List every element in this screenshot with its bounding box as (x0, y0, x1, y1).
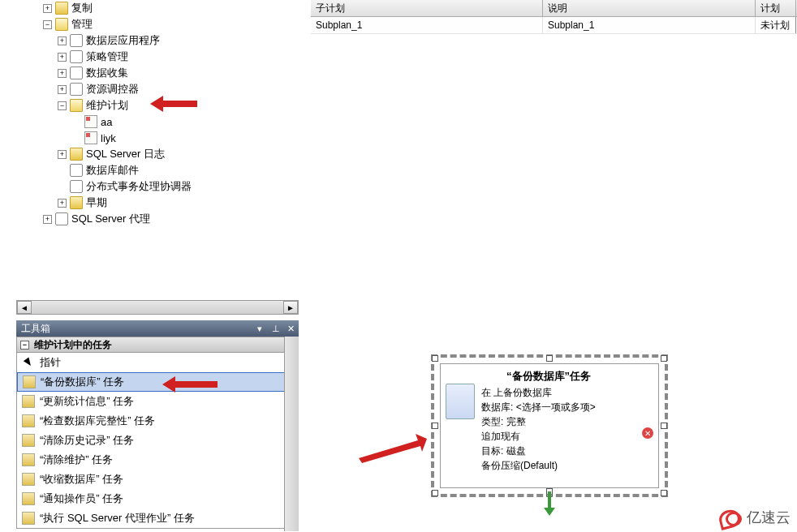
tree-item-label: 数据收集 (86, 66, 128, 80)
task-icon (22, 395, 35, 408)
grid-column-header[interactable]: 说明 (543, 0, 756, 16)
resize-handle[interactable] (432, 355, 438, 362)
task-detail-line: 类型: 完整 (481, 414, 652, 429)
watermark-text: 亿速云 (747, 508, 791, 527)
toolbox-title-label: 工具箱 (21, 322, 50, 336)
toolbox-item[interactable]: “执行 SQL Server 代理作业” 任务 (17, 508, 298, 528)
scroll-left-button[interactable]: ◄ (17, 301, 32, 314)
toolbox-item[interactable]: 指针 (17, 353, 298, 372)
task-output-connector[interactable] (544, 491, 555, 517)
toolbox-dropdown-button[interactable]: ▾ (253, 322, 266, 335)
grid-cell[interactable]: 未计划 (756, 17, 796, 33)
toolbox-titlebar[interactable]: 工具箱 ▾ ⊥ ✕ (16, 320, 299, 337)
toolbox-item-label: “执行 SQL Server 代理作业” 任务 (40, 511, 195, 526)
toolbox-item[interactable]: “更新统计信息” 任务 (17, 392, 298, 411)
grid-cell[interactable]: Subplan_1 (311, 17, 543, 33)
toolbox-item-label: 指针 (40, 355, 61, 370)
folder-icon (70, 148, 83, 161)
expand-icon[interactable]: + (58, 53, 67, 62)
toolbox-vertical-scrollbar[interactable] (284, 337, 299, 531)
task-detail-line: 目标: 磁盘 (481, 444, 652, 458)
scroll-right-button[interactable]: ► (283, 301, 298, 314)
expand-icon[interactable]: + (43, 4, 52, 13)
resize-handle[interactable] (661, 355, 667, 362)
scroll-track[interactable] (32, 301, 283, 314)
tree-horizontal-scrollbar[interactable]: ◄ ► (16, 300, 299, 315)
arrow-down-icon (544, 508, 555, 516)
toolbox-panel: 工具箱 ▾ ⊥ ✕ − 维护计划中的任务 指针“备份数据库” 任务“更新统计信息… (16, 320, 299, 531)
tree-item[interactable]: +SQL Server 日志 (28, 146, 300, 162)
folder-open-icon (55, 18, 68, 31)
tree-item-label: SQL Server 代理 (71, 212, 150, 226)
subplan-grid-body: Subplan_1Subplan_1未计划 (311, 17, 797, 34)
tree-item-label: liyk (101, 132, 116, 144)
tree-item[interactable]: +复制 (28, 0, 300, 16)
tree-item-label: 管理 (71, 17, 93, 32)
special-icon (70, 180, 83, 193)
tree-item[interactable]: +数据层应用程序 (28, 32, 300, 49)
resize-handle[interactable] (546, 355, 553, 362)
expand-icon[interactable]: + (43, 215, 52, 224)
toolbox-list: 指针“备份数据库” 任务“更新统计信息” 任务“检查数据库完整性” 任务“清除历… (16, 353, 299, 529)
tree-item-label: 早期 (86, 195, 107, 210)
task-icon (22, 434, 35, 447)
toolbox-item[interactable]: “清除历史记录” 任务 (17, 431, 298, 450)
folder-open-icon (70, 99, 83, 112)
svg-marker-1 (162, 376, 218, 393)
task-icon (22, 492, 35, 505)
toolbox-item-label: “更新统计信息” 任务 (40, 394, 134, 409)
task-icon (22, 512, 35, 525)
svg-marker-0 (150, 96, 197, 112)
toolbox-close-button[interactable]: ✕ (284, 322, 297, 335)
tree-item[interactable]: +数据收集 (28, 65, 300, 81)
grid-cell[interactable]: Subplan_1 (543, 17, 756, 33)
expand-icon[interactable]: + (58, 36, 67, 45)
task-detail-line: 在 上备份数据库 (481, 385, 652, 400)
collapse-icon[interactable]: − (58, 101, 67, 110)
resize-handle[interactable] (661, 423, 667, 429)
watermark-logo-icon (719, 508, 742, 526)
task-title: “备份数据库”任务 (446, 369, 652, 384)
toolbox-item-label: “备份数据库” 任务 (41, 375, 124, 389)
tree-item[interactable]: +策略管理 (28, 49, 300, 65)
tree-item[interactable]: 分布式事务处理协调器 (28, 178, 300, 195)
tree-item-label: SQL Server 日志 (86, 147, 165, 161)
tree-item[interactable]: 数据库邮件 (28, 162, 300, 178)
subplan-row[interactable]: Subplan_1Subplan_1未计划 (311, 17, 797, 34)
tree-item[interactable]: −管理 (28, 16, 300, 32)
plan-icon (84, 131, 97, 144)
expand-icon[interactable]: + (58, 69, 67, 78)
resize-handle[interactable] (432, 490, 438, 496)
toolbox-item[interactable]: “清除维护” 任务 (17, 450, 298, 470)
task-icon (23, 375, 36, 388)
collapse-icon[interactable]: − (43, 20, 52, 29)
task-icon (22, 473, 35, 486)
resize-handle[interactable] (661, 490, 667, 496)
collapse-icon[interactable]: − (20, 341, 29, 350)
toolbox-item[interactable]: “收缩数据库” 任务 (17, 470, 298, 489)
tree-item[interactable]: liyk (28, 130, 300, 146)
toolbox-item[interactable]: “通知操作员” 任务 (17, 489, 298, 508)
toolbox-item-label: “收缩数据库” 任务 (40, 472, 123, 487)
subplan-grid-header: 子计划说明计划 (311, 0, 797, 17)
toolbox-pin-button[interactable]: ⊥ (269, 322, 282, 335)
task-detail-line: 备份压缩(Default) (481, 458, 652, 473)
backup-database-task-node[interactable]: “备份数据库”任务 在 上备份数据库 数据库: <选择一项或多项> 类型: 完整… (435, 358, 664, 493)
tree-item[interactable]: +早期 (28, 195, 300, 211)
task-icon (22, 453, 35, 466)
grid-column-header[interactable]: 计划 (756, 0, 796, 16)
tree-item-label: 复制 (71, 1, 93, 15)
grid-column-header[interactable]: 子计划 (311, 0, 543, 16)
tree-view[interactable]: +复制−管理+数据层应用程序+策略管理+数据收集+资源调控器−维护计划aaliy… (0, 0, 300, 300)
special-icon (70, 66, 83, 79)
tree-item[interactable]: +SQL Server 代理 (28, 211, 300, 227)
expand-icon[interactable]: + (58, 85, 67, 94)
toolbox-item[interactable]: “检查数据库完整性” 任务 (17, 411, 298, 431)
toolbox-section-header[interactable]: − 维护计划中的任务 (16, 337, 299, 353)
expand-icon[interactable]: + (58, 150, 67, 159)
toolbox-item[interactable]: “备份数据库” 任务 (17, 372, 298, 392)
resize-handle[interactable] (432, 423, 438, 429)
tree-item-label: 分布式事务处理协调器 (86, 179, 192, 194)
tree-item[interactable]: aa (28, 114, 300, 130)
expand-icon[interactable]: + (58, 199, 67, 208)
